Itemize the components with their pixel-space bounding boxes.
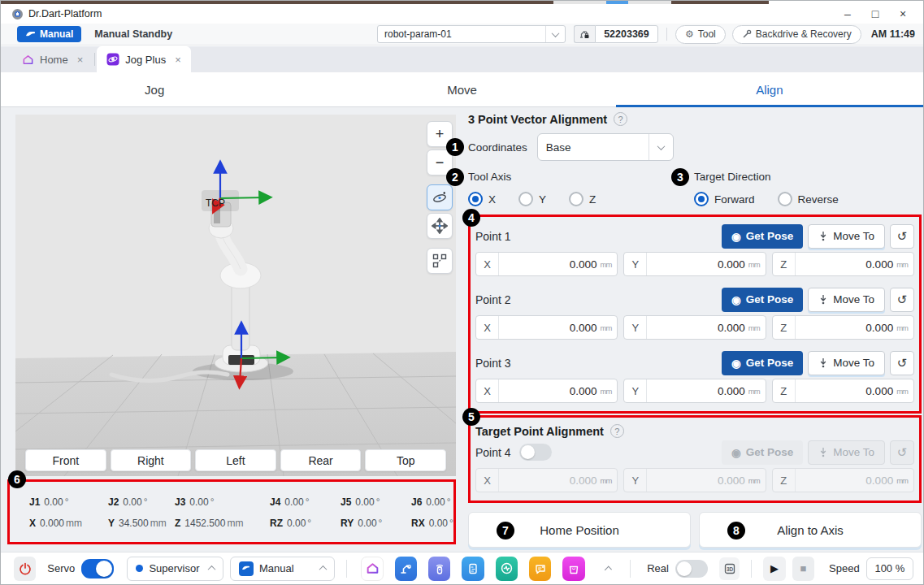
point-1-move-to-button[interactable]: Move To <box>808 224 885 249</box>
dock-pendant-app-icon[interactable] <box>428 557 450 581</box>
tool-axis-z-radio[interactable]: Z <box>569 192 596 206</box>
measure-button[interactable] <box>427 248 453 274</box>
dock-jog-app-icon[interactable] <box>395 557 417 581</box>
dock-store-app-icon[interactable] <box>562 557 584 581</box>
clock-text: AM 11:49 <box>871 28 915 40</box>
robot-3d-viewport[interactable]: TCP + − <box>15 115 456 476</box>
serial-group: 52203369 <box>574 25 658 43</box>
subtab-jog[interactable]: Jog <box>1 72 308 106</box>
pan-button[interactable] <box>427 213 453 239</box>
point-4-reset-button[interactable]: ↺ <box>890 440 914 465</box>
real-toggle[interactable] <box>675 560 708 578</box>
speed-value-field[interactable]: 100 % <box>866 557 913 580</box>
point-4-move-to-button[interactable]: Move To <box>808 440 885 465</box>
dock-message-app-icon[interactable] <box>529 557 551 581</box>
speed-label: Speed <box>829 562 860 574</box>
align-panel: 3 Point Vector Alignment ? 1 Coordinates… <box>468 112 922 548</box>
point-4-label: Point 4 <box>475 446 511 459</box>
point-2-move-to-button[interactable]: Move To <box>808 288 885 312</box>
chevron-up-icon <box>207 566 215 574</box>
point-2-x-field[interactable]: X0.000mm <box>475 315 618 340</box>
tab-jog-plus[interactable]: Jog Plus × <box>97 46 190 72</box>
target-point-title-row: Target Point Alignment ? <box>475 422 915 438</box>
stop-button[interactable]: ■ <box>792 557 814 581</box>
point-2-z-field[interactable]: Z0.000mm <box>772 315 914 340</box>
view-front-button[interactable]: Front <box>25 449 106 471</box>
tool-axis-x-radio[interactable]: X <box>468 192 496 206</box>
role-select[interactable]: Supervisor <box>127 557 223 581</box>
mode-select[interactable]: Manual <box>230 557 335 581</box>
tab-home-label: Home <box>40 54 68 66</box>
tab-jog-plus-close-icon[interactable]: × <box>175 54 181 66</box>
point-3-get-pose-button[interactable]: ◉Get Pose <box>722 351 803 375</box>
help-icon[interactable]: ? <box>614 112 627 126</box>
point-3-move-to-button[interactable]: Move To <box>808 351 885 375</box>
close-button[interactable]: × <box>889 5 917 23</box>
3d-view-button[interactable]: 3D <box>719 557 740 580</box>
subtab-move[interactable]: Move <box>308 72 615 106</box>
help-icon[interactable]: ? <box>610 424 624 438</box>
dock-home-app-icon[interactable] <box>361 557 384 581</box>
dock-monitor-app-icon[interactable] <box>496 557 518 581</box>
point-1-reset-button[interactable]: ↺ <box>890 224 914 249</box>
dock-task-app-icon[interactable] <box>462 557 484 581</box>
home-position-button[interactable]: 7 Home Position <box>468 512 691 548</box>
point-4-toggle[interactable] <box>519 444 552 461</box>
direction-forward-radio[interactable]: Forward <box>694 192 755 206</box>
tool-axis-y-radio[interactable]: Y <box>518 192 546 206</box>
point-2-y-field[interactable]: Y0.000mm <box>623 315 766 340</box>
servo-toggle[interactable] <box>81 559 114 578</box>
power-button[interactable] <box>14 557 36 581</box>
home-icon <box>22 54 34 66</box>
target-icon: ◉ <box>731 293 741 306</box>
direction-reverse-radio[interactable]: Reverse <box>778 192 839 206</box>
radio-selected-icon <box>694 192 709 206</box>
point-4-get-pose-button[interactable]: ◉Get Pose <box>722 440 803 465</box>
backdrive-button-label: Backdrive & Recovery <box>756 28 852 40</box>
robot-lock-icon <box>574 25 595 43</box>
move-to-icon <box>818 358 828 368</box>
view-left-button[interactable]: Left <box>195 449 276 471</box>
coordinates-select[interactable]: Base <box>537 133 674 161</box>
point-4-group: Point 4 ◉Get Pose Move To ↺ X0.000mm Y0.… <box>475 438 915 494</box>
tab-home[interactable]: Home × <box>12 46 93 72</box>
serial-number[interactable]: 52203369 <box>595 25 658 43</box>
annotation-6: 6 <box>8 470 26 488</box>
robot-param-select[interactable]: robot-param-01 <box>377 25 566 43</box>
mode-badge[interactable]: Manual <box>17 26 81 42</box>
point-2-get-pose-button[interactable]: ◉Get Pose <box>722 288 803 312</box>
panel-title-row: 3 Point Vector Alignment ? <box>468 112 922 126</box>
joint-j4: J40.00° <box>270 496 341 508</box>
view-top-button[interactable]: Top <box>365 449 446 471</box>
point-1-get-pose-button[interactable]: ◉Get Pose <box>722 224 803 249</box>
subtab-align[interactable]: Align <box>616 72 923 106</box>
minimize-button[interactable]: – <box>834 5 861 23</box>
svg-text:3D: 3D <box>727 566 734 572</box>
dock-expand-chevron-icon[interactable] <box>604 566 612 574</box>
point-1-x-field[interactable]: X0.000mm <box>475 252 618 276</box>
point-4-z-field: Z0.000mm <box>772 468 914 492</box>
power-icon <box>19 562 32 575</box>
jog-plus-icon <box>106 53 119 66</box>
tool-button[interactable]: ⚙ Tool <box>675 25 726 44</box>
maximize-button[interactable]: □ <box>861 5 889 23</box>
target-point-annotation-box: 5 Target Point Alignment ? Point 4 ◉Get … <box>468 415 922 503</box>
backdrive-recovery-button[interactable]: Backdrive & Recovery <box>732 25 861 44</box>
axis-label-row: 2 Tool Axis 3 Target Direction <box>468 171 922 183</box>
point-1-y-field[interactable]: Y0.000mm <box>623 252 766 276</box>
view-right-button[interactable]: Right <box>111 449 192 471</box>
point-3-reset-button[interactable]: ↺ <box>890 351 914 375</box>
align-to-axis-button[interactable]: 8 Align to Axis <box>699 512 922 548</box>
point-3-z-field[interactable]: Z0.000mm <box>772 379 914 403</box>
annotation-7: 7 <box>497 522 514 540</box>
point-1-z-field[interactable]: Z0.000mm <box>772 252 914 276</box>
point-3-x-field[interactable]: X0.000mm <box>475 379 618 403</box>
orbit-rotate-button[interactable] <box>427 184 453 210</box>
play-button[interactable]: ▶ <box>763 557 785 581</box>
point-2-label: Point 2 <box>475 293 511 306</box>
point-3-y-field[interactable]: Y0.000mm <box>623 379 766 403</box>
view-rear-button[interactable]: Rear <box>280 449 362 471</box>
target-icon: ◉ <box>731 230 741 243</box>
point-2-reset-button[interactable]: ↺ <box>890 288 914 312</box>
tab-home-close-icon[interactable]: × <box>77 54 84 66</box>
